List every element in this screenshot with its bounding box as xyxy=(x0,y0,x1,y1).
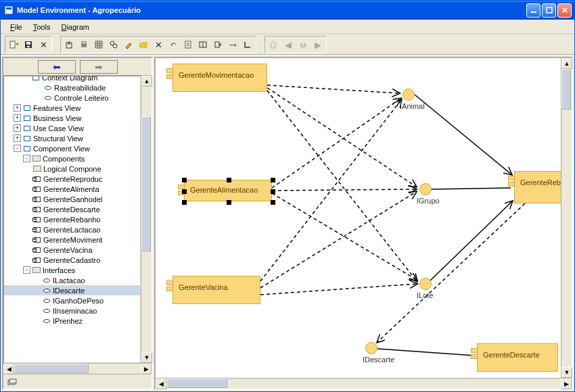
canvas-scroll-left-icon[interactable]: ◀ xyxy=(156,378,166,389)
component-GerenteDescarte[interactable]: GerenteDescarte xyxy=(477,343,558,372)
tree-item[interactable]: Context Diagram xyxy=(4,76,140,82)
close-button[interactable] xyxy=(557,3,572,18)
interface-IDescarte[interactable] xyxy=(365,342,377,354)
tool-new-icon[interactable] xyxy=(6,37,21,52)
canvas-hscrollbar[interactable]: ◀ ▶ xyxy=(156,378,572,389)
tool-print-icon[interactable] xyxy=(76,37,91,52)
tree-item[interactable]: +Use Case View xyxy=(4,123,140,133)
tree-expander-icon[interactable]: - xyxy=(14,145,21,152)
canvas-scroll-down-icon[interactable]: ▼ xyxy=(561,367,572,378)
selection-handle[interactable] xyxy=(271,178,275,182)
tool-nav-back-icon[interactable]: ◀ xyxy=(281,37,296,52)
component-GerenteRebanho[interactable]: GerenteRebanho xyxy=(514,171,561,203)
tree-item[interactable]: GerenteReproduc xyxy=(4,174,140,184)
scroll-left-icon[interactable]: ◀ xyxy=(3,364,14,374)
tree-item[interactable]: -Component View xyxy=(4,143,140,153)
scroll-thumb[interactable] xyxy=(141,116,151,251)
tree-hscrollbar[interactable]: ◀ ▶ xyxy=(3,363,152,374)
tree-item-label: GerenteLactacao xyxy=(43,226,100,234)
tool-export-icon[interactable] xyxy=(62,37,76,52)
scroll-right-icon[interactable]: ▶ xyxy=(141,364,152,374)
interface-IGrupo[interactable] xyxy=(419,183,432,195)
tool-find-icon[interactable] xyxy=(106,37,121,52)
menu-file[interactable]: File xyxy=(5,22,28,32)
tree-item[interactable]: GerenteLactacao xyxy=(4,224,140,235)
tree-item[interactable]: Logical Compone xyxy=(4,164,140,174)
tree-item[interactable]: +Structural View xyxy=(4,133,140,143)
tool-window-icon[interactable] xyxy=(196,37,210,52)
tree-expander-icon[interactable]: - xyxy=(23,155,30,162)
tool-remove-icon[interactable]: ✕ xyxy=(151,37,166,52)
minimize-button[interactable] xyxy=(526,3,540,18)
selection-handle[interactable] xyxy=(227,178,231,182)
tree-item[interactable]: GerenteDescarte xyxy=(4,204,140,214)
tool-undo-icon[interactable] xyxy=(166,37,181,52)
svg-rect-17 xyxy=(9,379,16,383)
tree-item[interactable]: -Components xyxy=(4,153,140,164)
menu-diagram[interactable]: Diagram xyxy=(55,22,95,32)
component-GerenteAlimentacao[interactable]: GerenteAlimentacao xyxy=(184,180,272,201)
tool-grid-icon[interactable] xyxy=(91,37,106,52)
canvas-vscrollbar[interactable]: ▲ ▼ xyxy=(561,58,572,378)
tree-item[interactable]: GerenteCadastro xyxy=(4,255,140,265)
tree-expander-icon[interactable]: - xyxy=(23,266,30,274)
nav-forward-button[interactable]: ➡ xyxy=(80,60,118,74)
canvas-scroll-right-icon[interactable]: ▶ xyxy=(561,378,572,389)
interface-IAnimal[interactable] xyxy=(402,89,415,101)
component-GerenteMovimentacao[interactable]: GerenteMovimentacao xyxy=(172,64,267,92)
tree-expander-icon[interactable]: + xyxy=(14,104,21,112)
tree-item[interactable]: +Business View xyxy=(4,113,140,123)
diagram-canvas[interactable]: GerenteMovimentacaoGerenteAlimentacaoGer… xyxy=(156,58,561,378)
tree-expander-icon[interactable]: + xyxy=(14,114,21,122)
selection-handle[interactable] xyxy=(182,189,187,194)
selection-handle[interactable] xyxy=(271,189,275,194)
explorer-tree[interactable]: Context DiagramRastreabilidadeControle L… xyxy=(3,76,141,363)
tree-item[interactable]: +Features View xyxy=(4,103,140,113)
comp-icon xyxy=(32,226,42,234)
tree-item[interactable]: IDescarte xyxy=(4,285,140,295)
tool-open-icon[interactable] xyxy=(136,37,151,52)
tool-nav-mark-icon[interactable]: м xyxy=(296,37,310,52)
tree-expander-icon[interactable]: + xyxy=(14,134,21,142)
tool-edit-icon[interactable] xyxy=(121,37,136,52)
tool-doc-icon[interactable] xyxy=(181,37,196,52)
tree-item[interactable]: GerenteMoviment xyxy=(4,235,140,245)
tool-arrow-icon[interactable]: ⤍ xyxy=(225,37,240,52)
tool-corner-icon[interactable] xyxy=(240,37,255,52)
tree-item[interactable]: GerenteAlimenta xyxy=(4,184,140,194)
tree-item[interactable]: IGanhoDePeso xyxy=(4,295,140,305)
selection-handle[interactable] xyxy=(182,178,187,182)
hscroll-thumb[interactable] xyxy=(14,364,89,373)
scroll-up-icon[interactable]: ▲ xyxy=(141,76,152,87)
tree-expander-icon[interactable]: + xyxy=(14,124,21,132)
selection-handle[interactable] xyxy=(182,200,187,205)
menu-tools[interactable]: Tools xyxy=(28,22,56,32)
tree-item[interactable]: IInseminacao xyxy=(4,305,140,316)
nav-back-button[interactable]: ⬅ xyxy=(38,60,76,74)
tree-item[interactable]: IPrenhez xyxy=(4,316,140,326)
canvas-hscroll-thumb[interactable] xyxy=(166,378,227,388)
tree-item[interactable]: -Interfaces xyxy=(4,265,140,275)
tool-save-icon[interactable] xyxy=(21,37,36,52)
tool-exit-icon[interactable] xyxy=(210,37,225,52)
tree-item[interactable]: ILactacao xyxy=(4,275,140,285)
tool-nav-fwd-icon[interactable]: ▶ xyxy=(310,37,325,52)
canvas-vscroll-thumb[interactable] xyxy=(561,69,571,109)
canvas-scroll-up-icon[interactable]: ▲ xyxy=(561,58,572,69)
tree-item[interactable]: GerenteGanhodel xyxy=(4,194,140,204)
selection-handle[interactable] xyxy=(271,200,275,205)
tree-vscrollbar[interactable]: ▲ ▼ xyxy=(141,76,152,363)
tool-home-icon[interactable] xyxy=(266,37,281,52)
tree-item[interactable]: Rastreabilidade xyxy=(4,82,140,93)
maximize-button[interactable] xyxy=(542,3,556,18)
selection-handle[interactable] xyxy=(227,200,231,205)
interface-ILote[interactable] xyxy=(419,278,432,290)
tool-delete-icon[interactable]: ✕ xyxy=(36,37,51,52)
titlebar[interactable]: Model Environment - Agropecuário xyxy=(1,1,574,20)
stack-icon[interactable] xyxy=(7,377,17,387)
tree-item[interactable]: GerenteRebanho xyxy=(4,214,140,224)
tree-item[interactable]: GerenteVacina xyxy=(4,245,140,255)
scroll-down-icon[interactable]: ▼ xyxy=(141,352,152,363)
component-GerenteVacina[interactable]: GerenteVacina xyxy=(172,276,260,304)
tree-item[interactable]: Controle Leiteiro xyxy=(4,93,140,103)
